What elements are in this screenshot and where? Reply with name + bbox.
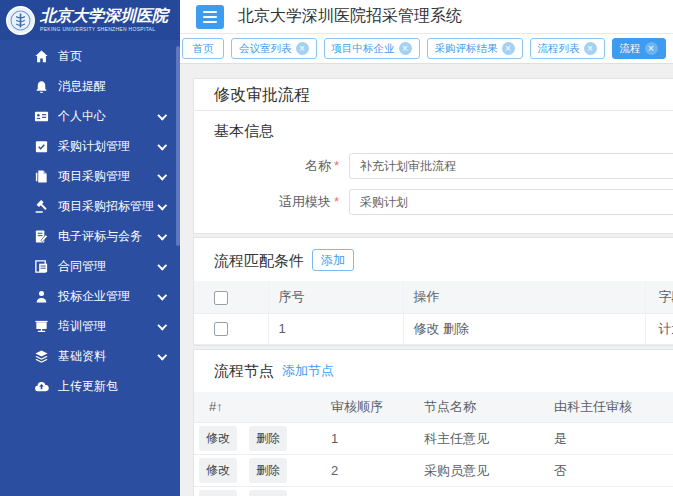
- sidebar-item-home[interactable]: 首页: [0, 41, 180, 71]
- modify-button[interactable]: 修改: [199, 426, 237, 451]
- col-name: 节点名称: [409, 392, 539, 423]
- col-hash-sort[interactable]: #↑: [194, 392, 316, 423]
- tab-evaluation-results[interactable]: 采购评标结果×: [427, 38, 523, 59]
- close-icon[interactable]: ×: [645, 42, 658, 55]
- document-copy-icon: [33, 168, 49, 184]
- hospital-logo-icon: [5, 5, 36, 36]
- sidebar-item-training[interactable]: 培训管理: [0, 311, 180, 341]
- sidebar: 北京大学深圳医院 PEKING UNIVERSITY SHENZHEN HOSP…: [0, 0, 180, 496]
- chevron-down-icon: [157, 261, 166, 270]
- select-all-checkbox[interactable]: [214, 291, 228, 305]
- chevron-down-icon: [157, 321, 166, 330]
- tab-process-list[interactable]: 流程列表×: [530, 38, 605, 59]
- conditions-card: 流程匹配条件 添加 序号 操作 字段 1 修改 删除 计划类型: [193, 237, 673, 346]
- top-header: 北京大学深圳医院招采管理系统: [180, 0, 673, 34]
- add-condition-button[interactable]: 添加: [312, 249, 354, 271]
- clipboard-check-icon: [33, 138, 49, 154]
- name-label: 名称*: [214, 157, 339, 175]
- presentation-icon: [33, 318, 49, 334]
- name-input[interactable]: 补充计划审批流程: [349, 153, 673, 179]
- node-name: 采购员意见: [409, 455, 539, 487]
- node-order: 2: [316, 455, 409, 487]
- required-asterisk: *: [334, 158, 339, 173]
- main-area: 北京大学深圳医院招采管理系统 首页 会议室列表× 项目中标企业× 采购评标结果×…: [180, 0, 673, 496]
- tab-winning-bidders[interactable]: 项目中标企业×: [324, 38, 420, 59]
- modify-button[interactable]: 修改: [199, 458, 237, 483]
- node-name: 科主任意见: [409, 423, 539, 455]
- sidebar-item-messages[interactable]: 消息提醒: [0, 71, 180, 101]
- sidebar-scrollbar[interactable]: [176, 46, 180, 246]
- sidebar-item-profile[interactable]: 个人中心: [0, 101, 180, 131]
- node-row: 修改删除 2 采购员意见 否: [194, 455, 673, 487]
- node-dept: 是: [539, 423, 673, 455]
- conditions-table: 序号 操作 字段 1 修改 删除 计划类型: [194, 281, 673, 345]
- nodes-card: 流程节点 添加节点 #↑ 审核顺序 节点名称 由科主任审核 修改删除 1 科主任…: [193, 349, 673, 496]
- chevron-down-icon: [157, 111, 166, 120]
- hospital-logo-band: 北京大学深圳医院 PEKING UNIVERSITY SHENZHEN HOSP…: [0, 0, 180, 40]
- sidebar-item-project-procurement[interactable]: 项目采购管理: [0, 161, 180, 191]
- col-order: 审核顺序: [316, 392, 409, 423]
- hospital-name-en: PEKING UNIVERSITY SHENZHEN HOSPITAL: [40, 26, 168, 32]
- sidebar-item-bidder-management[interactable]: 投标企业管理: [0, 281, 180, 311]
- delete-button[interactable]: 删除: [249, 426, 287, 451]
- col-field: 字段: [645, 281, 673, 313]
- main-form-card: 修改审批流程 基本信息 名称* 补充计划审批流程 适用模块* 采购计划: [193, 78, 673, 234]
- sidebar-item-procurement-plan[interactable]: 采购计划管理: [0, 131, 180, 161]
- gavel-icon: [33, 198, 49, 214]
- user-icon: [33, 288, 49, 304]
- delete-button[interactable]: 删除: [249, 458, 287, 483]
- chevron-down-icon: [157, 171, 166, 180]
- add-node-link[interactable]: 添加节点: [282, 362, 334, 380]
- node-dept: 否: [539, 455, 673, 487]
- chevron-down-icon: [157, 201, 166, 210]
- required-asterisk: *: [334, 194, 339, 209]
- nodes-title: 流程节点: [214, 362, 274, 379]
- condition-actions[interactable]: 修改 删除: [403, 313, 645, 344]
- tab-meeting-rooms[interactable]: 会议室列表×: [231, 38, 317, 59]
- home-icon: [33, 48, 49, 64]
- col-action: 操作: [403, 281, 645, 313]
- tab-bar: 首页 会议室列表× 项目中标企业× 采购评标结果× 流程列表× 流程×: [180, 34, 673, 64]
- basic-info-section: 基本信息 名称* 补充计划审批流程 适用模块* 采购计划: [194, 111, 673, 233]
- cloud-upload-icon: [33, 378, 49, 394]
- basic-info-title: 基本信息: [214, 122, 673, 139]
- page-title: 修改审批流程: [194, 79, 673, 111]
- sidebar-item-base-data[interactable]: 基础资料: [0, 341, 180, 371]
- close-icon[interactable]: ×: [584, 42, 597, 55]
- id-card-icon: [33, 108, 49, 124]
- bell-icon: [33, 78, 49, 94]
- row-checkbox[interactable]: [214, 322, 228, 336]
- chevron-down-icon: [157, 141, 166, 150]
- col-dept-review: 由科主任审核: [539, 392, 673, 423]
- node-name: [409, 487, 539, 496]
- condition-row: 1 修改 删除 计划类型: [194, 313, 673, 344]
- close-icon[interactable]: ×: [502, 42, 515, 55]
- modify-button[interactable]: 修改: [199, 490, 237, 496]
- node-row: 修改删除: [194, 487, 673, 496]
- chevron-down-icon: [157, 351, 166, 360]
- sidebar-item-bidding-management[interactable]: 项目采购招标管理: [0, 191, 180, 221]
- node-dept: [539, 487, 673, 496]
- contract-icon: [33, 258, 49, 274]
- conditions-title: 流程匹配条件: [214, 252, 304, 269]
- condition-field: 计划类型: [645, 313, 673, 344]
- file-edit-icon: [33, 228, 49, 244]
- app-title: 北京大学深圳医院招采管理系统: [238, 6, 462, 27]
- chevron-down-icon: [157, 291, 166, 300]
- close-icon[interactable]: ×: [296, 42, 309, 55]
- module-select[interactable]: 采购计划: [349, 189, 673, 215]
- tab-process[interactable]: 流程×: [612, 38, 666, 59]
- sidebar-item-evaluation[interactable]: 电子评标与会务: [0, 221, 180, 251]
- module-label: 适用模块*: [214, 193, 339, 211]
- sidebar-menu: 首页 消息提醒 个人中心 采购计划管理 项目采购管理 项目采购招标管理: [0, 40, 180, 401]
- sidebar-item-contracts[interactable]: 合同管理: [0, 251, 180, 281]
- page-content: 修改审批流程 基本信息 名称* 补充计划审批流程 适用模块* 采购计划 流程匹配…: [180, 64, 673, 496]
- tab-home[interactable]: 首页: [182, 38, 224, 59]
- layers-icon: [33, 348, 49, 364]
- sidebar-item-upload-package[interactable]: 上传更新包: [0, 371, 180, 401]
- close-icon[interactable]: ×: [399, 42, 412, 55]
- chevron-down-icon: [157, 231, 166, 240]
- delete-button[interactable]: 删除: [249, 490, 287, 496]
- hospital-name: 北京大学深圳医院: [40, 8, 168, 25]
- menu-toggle-button[interactable]: [196, 5, 224, 29]
